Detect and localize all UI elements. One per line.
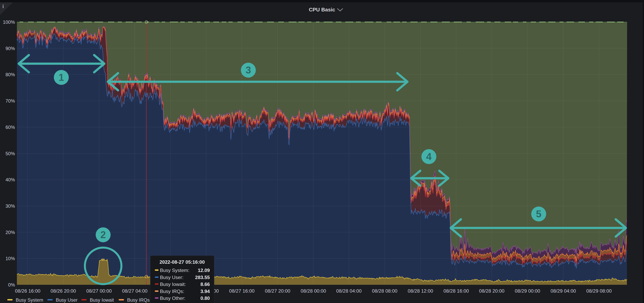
svg-text:100%: 100% — [3, 20, 15, 25]
svg-text:08/29 08:00: 08/29 08:00 — [586, 288, 612, 294]
svg-text:Busy System: Busy System — [16, 297, 43, 302]
svg-text:40%: 40% — [6, 177, 15, 182]
svg-text:10%: 10% — [6, 256, 15, 261]
svg-text:70%: 70% — [6, 98, 15, 104]
svg-text:08/28 04:00: 08/28 04:00 — [336, 288, 362, 294]
svg-text:08/28 16:00: 08/28 16:00 — [444, 288, 469, 294]
svg-text:08/29 00:00: 08/29 00:00 — [515, 288, 540, 294]
svg-text:i: i — [2, 3, 4, 9]
svg-text:0%: 0% — [8, 282, 15, 288]
svg-text:08/27 16:00: 08/27 16:00 — [229, 288, 254, 294]
svg-text:1: 1 — [58, 72, 64, 83]
svg-text:3: 3 — [246, 65, 251, 76]
svg-text:90%: 90% — [6, 46, 15, 51]
svg-text:Busy Iowait: Busy Iowait — [90, 297, 114, 302]
svg-text:08/26 20:00: 08/26 20:00 — [50, 288, 76, 294]
svg-text:08/29 04:00: 08/29 04:00 — [550, 288, 576, 294]
svg-text:2: 2 — [100, 229, 106, 240]
svg-text:3.94: 3.94 — [200, 289, 210, 294]
svg-text:0.80: 0.80 — [200, 296, 210, 301]
svg-text:Busy System:: Busy System: — [160, 268, 190, 273]
svg-text:08/28 00:00: 08/28 00:00 — [300, 288, 326, 294]
svg-text:8.66: 8.66 — [200, 282, 210, 287]
svg-text:Busy Other:: Busy Other: — [160, 296, 185, 301]
svg-text:30%: 30% — [6, 204, 15, 209]
svg-text:2022-08-27 05:16:00: 2022-08-27 05:16:00 — [160, 260, 205, 265]
svg-text:283.55: 283.55 — [195, 275, 210, 280]
svg-text:08/28 08:00: 08/28 08:00 — [372, 288, 397, 294]
svg-text:Busy IRQs:: Busy IRQs: — [160, 289, 184, 294]
svg-text:08/27 04:00: 08/27 04:00 — [122, 288, 147, 294]
svg-text:50%: 50% — [6, 151, 15, 156]
svg-text:Busy User:: Busy User: — [160, 275, 184, 280]
svg-text:5: 5 — [536, 208, 542, 220]
svg-text:08/28 20:00: 08/28 20:00 — [479, 288, 504, 294]
svg-text:08/27 00:00: 08/27 00:00 — [86, 288, 112, 294]
svg-text:4: 4 — [426, 151, 432, 162]
svg-text:08/27 20:00: 08/27 20:00 — [265, 288, 290, 294]
svg-text:20%: 20% — [6, 230, 15, 235]
svg-text:12.09: 12.09 — [198, 268, 210, 273]
svg-text:Busy User: Busy User — [56, 297, 78, 302]
svg-text:CPU Basic: CPU Basic — [309, 7, 335, 12]
svg-text:08/26 16:00: 08/26 16:00 — [15, 288, 40, 294]
svg-text:Busy IRQs: Busy IRQs — [127, 297, 150, 302]
svg-text:Busy Iowait:: Busy Iowait: — [160, 282, 186, 287]
svg-text:60%: 60% — [6, 124, 15, 130]
svg-text:08/28 12:00: 08/28 12:00 — [408, 288, 433, 294]
svg-text:80%: 80% — [6, 72, 15, 77]
